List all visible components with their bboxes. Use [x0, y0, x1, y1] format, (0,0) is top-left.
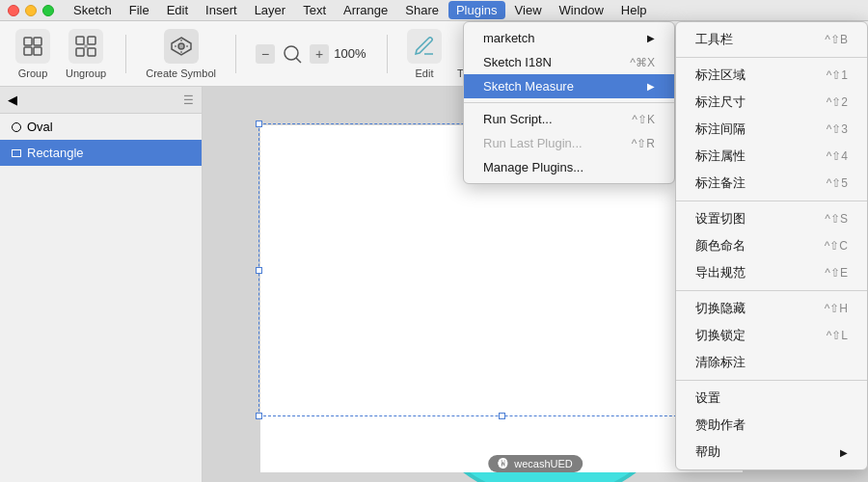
sm-clear-marks-label: 清除标注: [695, 354, 746, 371]
sm-export-slice[interactable]: 设置切图 ^⇧S: [676, 205, 867, 232]
svg-point-10: [285, 46, 298, 60]
svg-rect-4: [76, 37, 84, 44]
sm-settings[interactable]: 设置: [676, 385, 867, 412]
menu-marketch[interactable]: marketch ▶: [464, 26, 674, 50]
menu-edit[interactable]: Edit: [159, 1, 196, 19]
sm-export-slice-shortcut: ^⇧S: [825, 212, 848, 226]
sm-toggle-hidden-shortcut: ^⇧H: [825, 302, 848, 315]
svg-rect-3: [34, 47, 41, 55]
watermark-text: wecashUED: [514, 458, 573, 469]
sm-mark-prop-label: 标注属性: [695, 147, 746, 165]
ungroup-label: Ungroup: [66, 67, 106, 79]
sm-clear-marks[interactable]: 清除标注: [676, 349, 867, 376]
sm-sponsor[interactable]: 赞助作者: [676, 412, 867, 439]
sketch-measure-label: Sketch Measure: [483, 79, 574, 94]
zoom-out-button[interactable]: −: [256, 44, 275, 64]
svg-rect-0: [24, 38, 32, 45]
svg-line-11: [296, 58, 301, 63]
sm-sep-3: [676, 290, 867, 291]
maximize-button[interactable]: [42, 5, 54, 16]
sidebar-collapse-icon[interactable]: ◀: [8, 93, 17, 107]
sm-color-name-label: 颜色命名: [695, 237, 746, 254]
sm-sponsor-label: 赞助作者: [695, 416, 746, 434]
sidebar: ◀ ☰ Oval Rectangle: [0, 87, 203, 482]
menu-file[interactable]: File: [122, 1, 157, 19]
marketch-arrow: ▶: [647, 33, 655, 43]
zoom-in-button[interactable]: +: [310, 44, 329, 64]
zoom-value: 100%: [333, 46, 367, 61]
oval-icon: [12, 122, 21, 132]
svg-rect-1: [34, 38, 41, 45]
separator-1: [125, 35, 126, 73]
rect-icon: [12, 149, 21, 157]
sm-help[interactable]: 帮助 ▶: [676, 439, 867, 466]
group-tool[interactable]: Group: [15, 29, 50, 79]
sm-mark-gap-shortcut: ^⇧3: [827, 122, 848, 136]
sidebar-header: ◀ ☰: [0, 87, 202, 114]
create-symbol-icon: [164, 29, 199, 64]
menu-arrange[interactable]: Arrange: [336, 1, 395, 19]
sm-color-name[interactable]: 颜色命名 ^⇧C: [676, 232, 867, 259]
sm-mark-size[interactable]: 标注尺寸 ^⇧2: [676, 89, 867, 116]
menu-window[interactable]: Window: [552, 1, 611, 19]
sm-export-spec[interactable]: 导出规范 ^⇧E: [676, 259, 867, 286]
ungroup-icon: [68, 29, 103, 64]
svg-rect-2: [24, 47, 32, 55]
menu-view[interactable]: View: [507, 1, 550, 19]
sm-toolbar[interactable]: 工具栏 ^⇧B: [676, 26, 867, 53]
menu-share[interactable]: Share: [397, 1, 447, 19]
group-label: Group: [18, 67, 48, 79]
run-last-label: Run Last Plugin...: [483, 136, 583, 150]
menu-run-last: Run Last Plugin... ^⇧R: [464, 131, 674, 155]
menu-insert[interactable]: Insert: [198, 1, 245, 19]
sm-mark-gap[interactable]: 标注间隔 ^⇧3: [676, 116, 867, 143]
menu-sketch-measure[interactable]: Sketch Measure ▶: [464, 74, 674, 98]
layer-item-oval[interactable]: Oval: [0, 114, 202, 140]
sm-toggle-hidden[interactable]: 切换隐藏 ^⇧H: [676, 295, 867, 322]
sidebar-menu-icon[interactable]: ☰: [183, 94, 194, 107]
sm-sep-2: [676, 201, 867, 201]
sm-mark-area[interactable]: 标注区域 ^⇧1: [676, 62, 867, 89]
sm-mark-note-label: 标注备注: [695, 174, 746, 192]
sm-mark-area-shortcut: ^⇧1: [827, 68, 848, 82]
create-symbol-tool[interactable]: Create Symbol: [146, 29, 216, 79]
separator-2: [235, 35, 236, 73]
sm-mark-note-shortcut: ^⇧5: [827, 176, 848, 190]
sm-toggle-lock[interactable]: 切换锁定 ^⇧L: [676, 322, 867, 349]
manage-plugins-label: Manage Plugins...: [483, 160, 583, 174]
sm-mark-size-shortcut: ^⇧2: [827, 95, 848, 109]
menu-plugins[interactable]: Plugins: [448, 1, 505, 19]
watermark: 🅦 wecashUED: [488, 455, 583, 472]
ungroup-tool[interactable]: Ungroup: [66, 29, 106, 79]
sm-mark-prop[interactable]: 标注属性 ^⇧4: [676, 143, 867, 170]
menu-text[interactable]: Text: [295, 1, 334, 19]
menu-sketch[interactable]: Sketch: [66, 1, 120, 19]
menu-manage-plugins[interactable]: Manage Plugins...: [464, 155, 674, 179]
sm-export-spec-label: 导出规范: [695, 264, 746, 281]
menu-run-script[interactable]: Run Script... ^⇧K: [464, 107, 674, 131]
menu-help[interactable]: Help: [613, 1, 655, 19]
watermark-icon: 🅦: [498, 458, 508, 469]
menu-layer[interactable]: Layer: [247, 1, 294, 19]
run-script-label: Run Script...: [483, 112, 553, 126]
svg-rect-5: [88, 37, 95, 44]
close-button[interactable]: [8, 5, 19, 16]
sm-sep-4: [676, 380, 867, 381]
layer-oval-label: Oval: [27, 120, 53, 134]
sm-toggle-lock-label: 切换锁定: [695, 327, 746, 344]
layer-item-rectangle[interactable]: Rectangle: [0, 140, 202, 166]
menu-sketch-i18n[interactable]: Sketch I18N ^⌘X: [464, 50, 674, 74]
sm-export-slice-label: 设置切图: [695, 210, 746, 228]
group-icon: [15, 29, 50, 64]
sm-mark-note[interactable]: 标注备注 ^⇧5: [676, 170, 867, 197]
separator-3: [387, 35, 388, 73]
sm-sep-1: [676, 57, 867, 58]
sm-export-spec-shortcut: ^⇧E: [825, 266, 848, 280]
minimize-button[interactable]: [25, 5, 37, 16]
svg-rect-6: [76, 48, 84, 56]
edit-tool[interactable]: Edit: [407, 29, 442, 79]
plugins-dropdown: marketch ▶ Sketch I18N ^⌘X Sketch Measur…: [463, 21, 675, 184]
menu-bar: Sketch File Edit Insert Layer Text Arran…: [0, 0, 868, 21]
layer-rect-label: Rectangle: [27, 146, 84, 160]
run-last-shortcut: ^⇧R: [632, 137, 655, 150]
